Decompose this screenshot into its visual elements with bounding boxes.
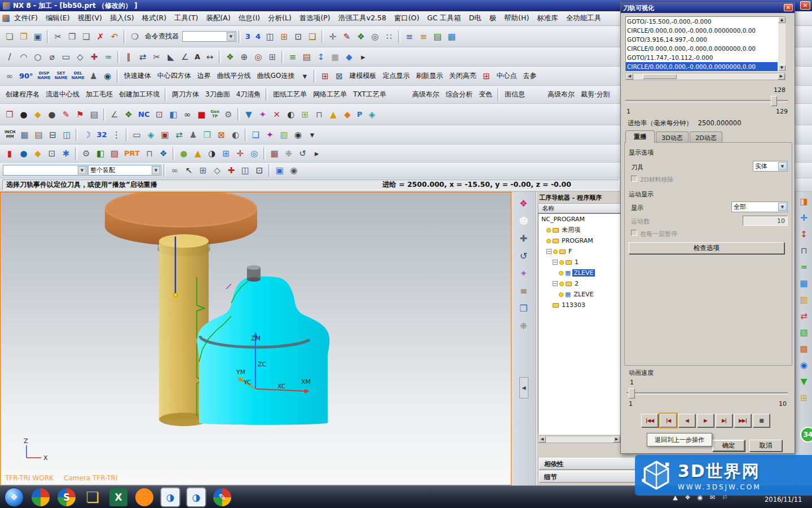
excel-icon[interactable]: X xyxy=(109,488,127,506)
rs-probe-icon[interactable]: ▼ xyxy=(797,375,811,388)
tool-display-combo[interactable]: 实体 ▼ xyxy=(753,161,788,172)
modeling-template-button[interactable]: 建模模板 xyxy=(346,70,379,82)
quick-solid-button[interactable]: 快速建体 xyxy=(121,70,154,82)
drop-icon[interactable]: ▾ xyxy=(306,128,319,142)
block7-icon[interactable]: ⊡ xyxy=(45,147,59,160)
refresh-display-button[interactable]: 刷新显示 xyxy=(413,70,445,82)
dialog-close-button[interactable]: ✕ xyxy=(784,4,793,11)
snapshot-icon[interactable]: ⊡ xyxy=(292,30,305,43)
p-icon[interactable]: P xyxy=(355,110,365,119)
tree-item-label[interactable]: 1 xyxy=(573,259,580,266)
blue-cube-icon[interactable]: ◧ xyxy=(166,108,180,121)
green-half-icon[interactable]: ◧ xyxy=(94,147,107,160)
navigator-column-header[interactable]: 名称 xyxy=(538,203,621,213)
cyan-workpiece[interactable] xyxy=(197,277,330,425)
tree-item-label[interactable]: ZLEVE xyxy=(572,269,594,277)
nc-icon[interactable]: NC xyxy=(136,110,152,119)
list-icon[interactable]: ≡ xyxy=(403,30,416,43)
start-button[interactable]: ❖ xyxy=(5,488,24,507)
moon-icon[interactable]: ☽ xyxy=(80,128,94,142)
star7-icon[interactable]: ✱ xyxy=(59,147,73,160)
gold-diamond-icon[interactable]: ◆ xyxy=(31,147,45,160)
snow-icon[interactable]: ❈ xyxy=(282,147,295,160)
menu-item-0[interactable]: 文件(F) xyxy=(10,12,42,25)
mill-icon[interactable]: ⊡ xyxy=(152,108,166,121)
advanced-boolean-button[interactable]: 高级布尔 xyxy=(409,89,442,100)
rewind-to-start-button[interactable]: |◀◀ xyxy=(641,414,658,427)
toolpath-event-list[interactable]: GOTO/-15.500,-0.000,-0.000CIRCLE/0.000,0… xyxy=(625,16,785,72)
center-cube-button[interactable]: 中心四方体 xyxy=(155,70,194,82)
rs-table-icon[interactable]: ▦ xyxy=(797,277,811,290)
toolpath-event-row[interactable]: GOTO/3.916,14.997,-0.000 xyxy=(626,35,778,44)
green-sphere-icon[interactable]: ● xyxy=(177,147,191,160)
wedge-icon[interactable]: ◆ xyxy=(31,108,45,121)
show-combo-dropdown-icon[interactable]: ▼ xyxy=(778,203,787,211)
pause-each-level-checkbox[interactable] xyxy=(631,230,637,236)
nx-app-icon-1[interactable]: ◑ xyxy=(161,488,179,506)
sheet-icon[interactable]: ▤ xyxy=(300,50,314,64)
combo-dropdown-icon[interactable]: ▼ xyxy=(227,32,235,41)
visibility-bulb-icon[interactable] xyxy=(553,249,558,254)
sheet6-icon[interactable]: ▤ xyxy=(32,128,45,142)
del-name-button[interactable]: DELNAME xyxy=(70,71,86,81)
graphics-viewport[interactable]: ZM ZC YM YC XC XM Z X TFR-TRI WORK Camer… xyxy=(0,192,511,485)
command-finder-icon[interactable]: ❍ xyxy=(128,30,142,43)
tree-item-label[interactable]: 2 xyxy=(573,280,580,287)
yellow-tri-icon[interactable]: ▲ xyxy=(326,108,340,121)
half-sphere-icon[interactable]: ◐ xyxy=(284,108,298,121)
visibility-bulb-icon[interactable] xyxy=(559,271,563,275)
show-combo[interactable]: 全部 ▼ xyxy=(731,202,788,212)
tree-row[interactable]: −F xyxy=(539,246,620,257)
runner-centerline-button[interactable]: 流道中心线 xyxy=(43,89,82,100)
2d-removal-checkbox[interactable] xyxy=(631,176,637,182)
gen-tp-icon[interactable]: GenTP xyxy=(209,110,220,119)
gem-icon[interactable]: ◈ xyxy=(144,128,158,142)
center-point-button[interactable]: 中心点 xyxy=(493,70,519,82)
layers-icon[interactable]: ▦ xyxy=(445,30,458,43)
tree-row[interactable]: NC_PROGRAM xyxy=(539,214,620,225)
hscroll-thumb[interactable] xyxy=(643,74,677,79)
green-grid-icon[interactable]: ⊞ xyxy=(298,108,312,121)
split8-icon[interactable]: ◫ xyxy=(239,164,252,177)
notification-badge[interactable]: 34 xyxy=(800,427,812,443)
forward-to-end-button[interactable]: ▶▶| xyxy=(734,414,751,427)
create-machining-env-button[interactable]: 创建加工环境 xyxy=(116,89,162,100)
network-process-sheet-button[interactable]: 网络工艺单 xyxy=(310,89,350,100)
menu-item-7[interactable]: 信息(I) xyxy=(235,12,264,25)
command-finder-label[interactable]: 命令查找器 xyxy=(142,30,182,42)
three-tool-surface-button[interactable]: 3刀曲面 xyxy=(202,89,233,100)
cut-icon[interactable]: ✂ xyxy=(51,30,65,43)
txt-process-sheet-button[interactable]: TXT工艺单 xyxy=(350,89,389,100)
angle-icon[interactable]: ∠ xyxy=(178,50,192,64)
tree-item-label[interactable]: 113303 xyxy=(561,301,586,309)
tab-replay[interactable]: 重播 xyxy=(625,130,655,143)
blue-grid-icon[interactable]: ⊞ xyxy=(219,147,233,160)
tree-row[interactable]: 113303 xyxy=(539,300,620,310)
comprehensive-analysis-button[interactable]: 综合分析 xyxy=(443,89,475,100)
visibility-bulb-icon[interactable] xyxy=(546,228,551,233)
delete-icon[interactable]: ✗ xyxy=(94,30,107,43)
blue-gem-icon[interactable]: ❖ xyxy=(157,147,170,160)
menu-item-17[interactable]: 全功能工具 xyxy=(562,12,606,25)
history-icon[interactable]: ↺ xyxy=(296,147,310,160)
nx-app-icon-2[interactable]: ◑ xyxy=(187,488,205,506)
eye-icon[interactable]: ◉ xyxy=(101,69,114,83)
rs-sheet-icon[interactable]: ▥ xyxy=(797,293,811,306)
orange-diamond-icon[interactable]: ◆ xyxy=(341,108,354,121)
list-hscrollbar[interactable]: ◀ ▶ xyxy=(625,73,785,80)
amber-tri-icon[interactable]: ▲ xyxy=(191,147,205,160)
menu-item-4[interactable]: 格式(R) xyxy=(138,12,170,25)
motion-count-field[interactable]: 10 xyxy=(743,216,788,226)
combo-dropdown-icon[interactable]: ▼ xyxy=(78,166,86,174)
hscroll-left-icon[interactable]: ◀ xyxy=(626,73,633,80)
clamp-icon[interactable]: ⊓ xyxy=(143,147,156,160)
boundary-button[interactable]: 边界 xyxy=(195,70,214,82)
green-cube-icon[interactable]: ❖ xyxy=(122,108,135,121)
gray-square-icon[interactable]: ■ xyxy=(328,50,342,64)
blue-diamond-icon[interactable]: ◆ xyxy=(342,50,356,64)
rotate-90-icon[interactable]: 90° xyxy=(17,71,36,81)
rs-dense-icon[interactable]: ▩ xyxy=(797,342,811,356)
toolpath-event-row[interactable]: CIRCLE/0.000,0.000,-0.000,0.0000000,0.00 xyxy=(626,44,778,53)
command-finder-input[interactable]: ▼ xyxy=(182,31,236,42)
menu-item-13[interactable]: D电 xyxy=(465,12,485,25)
